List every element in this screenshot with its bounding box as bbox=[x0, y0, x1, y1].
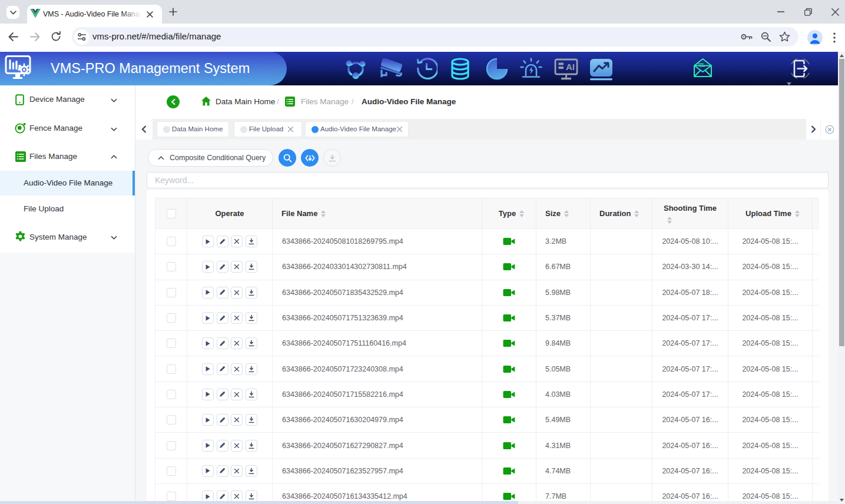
svg-text:AI: AI bbox=[566, 62, 575, 72]
